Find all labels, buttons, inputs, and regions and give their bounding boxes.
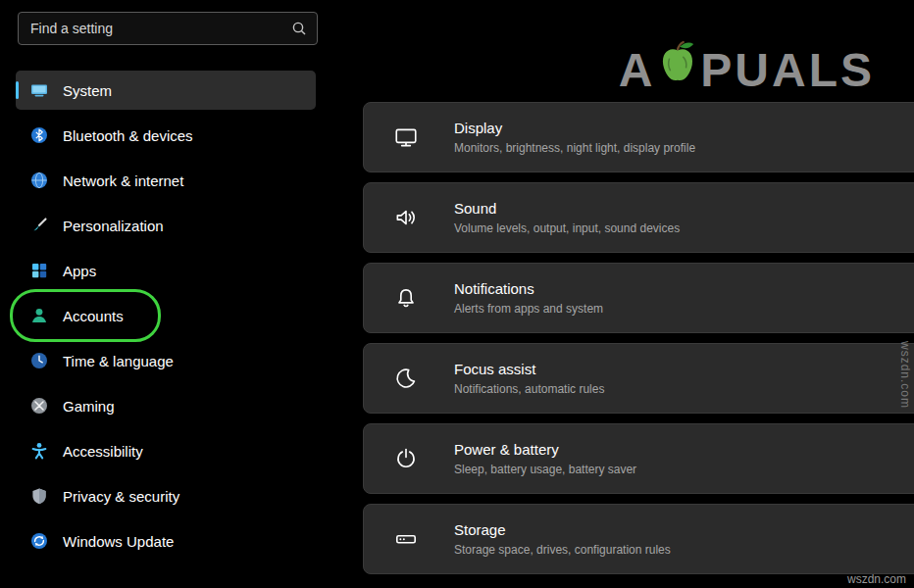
sidebar-item-time-language[interactable]: Time & language — [16, 341, 316, 380]
sidebar-item-bluetooth-devices[interactable]: Bluetooth & devices — [16, 116, 316, 155]
sidebar-item-gaming[interactable]: Gaming — [16, 386, 316, 425]
gaming-icon — [29, 396, 49, 416]
sidebar-item-label: Privacy & security — [63, 488, 179, 505]
card-subtitle: Alerts from apps and system — [454, 302, 603, 316]
sidebar-item-label: Accounts — [63, 308, 124, 324]
privacy-security-icon — [29, 486, 49, 506]
sidebar-item-privacy-security[interactable]: Privacy & security — [16, 476, 316, 515]
accessibility-icon — [29, 441, 49, 461]
sidebar-item-label: Gaming — [63, 398, 115, 415]
apps-icon — [29, 261, 49, 280]
card-storage[interactable]: Storage Storage space, drives, configura… — [363, 504, 914, 574]
card-title: Notifications — [454, 280, 603, 297]
sidebar-item-label: Apps — [63, 263, 96, 279]
card-subtitle: Storage space, drives, configuration rul… — [454, 543, 671, 557]
settings-sidebar: System Bluetooth & devices Network & int… — [0, 0, 338, 588]
card-display[interactable]: Display Monitors, brightness, night ligh… — [363, 102, 914, 172]
card-subtitle: Monitors, brightness, night light, displ… — [454, 141, 695, 155]
windows-update-icon — [29, 531, 49, 551]
sidebar-item-accessibility[interactable]: Accessibility — [16, 431, 316, 470]
sidebar-item-label: Network & internet — [63, 172, 183, 189]
sidebar-item-personalization[interactable]: Personalization — [16, 206, 316, 245]
system-icon — [29, 80, 49, 100]
settings-main-panel: Display Monitors, brightness, night ligh… — [363, 102, 914, 584]
selected-indicator — [16, 81, 19, 99]
search-icon[interactable] — [291, 21, 307, 36]
card-title: Storage — [454, 521, 671, 538]
card-focus-assist[interactable]: Focus assist Notifications, automatic ru… — [363, 343, 914, 414]
sidebar-item-label: Windows Update — [63, 533, 174, 550]
sidebar-item-label: Time & language — [63, 353, 174, 369]
card-sound[interactable]: Sound Volume levels, output, input, soun… — [363, 182, 914, 253]
search-input[interactable] — [28, 20, 291, 37]
sidebar-item-network-internet[interactable]: Network & internet — [16, 161, 316, 200]
logo-text-suffix: PUALS — [700, 47, 875, 94]
accounts-icon — [29, 306, 49, 325]
sidebar-item-label: Personalization — [63, 218, 164, 234]
sidebar-item-label: Accessibility — [63, 443, 143, 460]
logo-text-prefix: A — [619, 47, 656, 94]
sidebar-item-windows-update[interactable]: Windows Update — [16, 521, 316, 561]
bottom-watermark: wszdn.com — [847, 572, 906, 586]
appuals-logo: A PUALS — [619, 37, 875, 94]
side-watermark: wszdn.com — [898, 341, 912, 409]
card-subtitle: Volume levels, output, input, sound devi… — [454, 221, 680, 235]
card-notifications[interactable]: Notifications Alerts from apps and syste… — [363, 263, 914, 333]
card-subtitle: Notifications, automatic rules — [454, 382, 604, 396]
sound-icon — [393, 205, 419, 230]
time-language-icon — [29, 351, 49, 370]
sidebar-item-label: System — [63, 82, 112, 99]
sidebar-item-label: Bluetooth & devices — [63, 127, 193, 144]
network-icon — [29, 171, 49, 190]
bluetooth-icon — [29, 125, 49, 145]
sidebar-nav: System Bluetooth & devices Network & int… — [0, 71, 338, 561]
notifications-icon — [393, 285, 419, 311]
sidebar-item-accounts[interactable]: Accounts — [16, 296, 316, 335]
card-title: Sound — [454, 200, 680, 217]
focus-assist-icon — [393, 366, 419, 391]
power-battery-icon — [393, 446, 419, 471]
personalization-icon — [29, 216, 49, 235]
card-subtitle: Sleep, battery usage, battery saver — [454, 463, 636, 476]
sidebar-item-apps[interactable]: Apps — [16, 251, 316, 290]
sidebar-item-system[interactable]: System — [16, 71, 316, 110]
search-box[interactable] — [18, 12, 318, 45]
card-title: Display — [454, 120, 695, 136]
apple-logo-icon — [657, 37, 698, 96]
card-power-battery[interactable]: Power & battery Sleep, battery usage, ba… — [363, 423, 914, 494]
card-title: Focus assist — [454, 361, 604, 377]
storage-icon — [393, 526, 419, 552]
display-icon — [393, 124, 419, 150]
card-title: Power & battery — [454, 441, 636, 458]
